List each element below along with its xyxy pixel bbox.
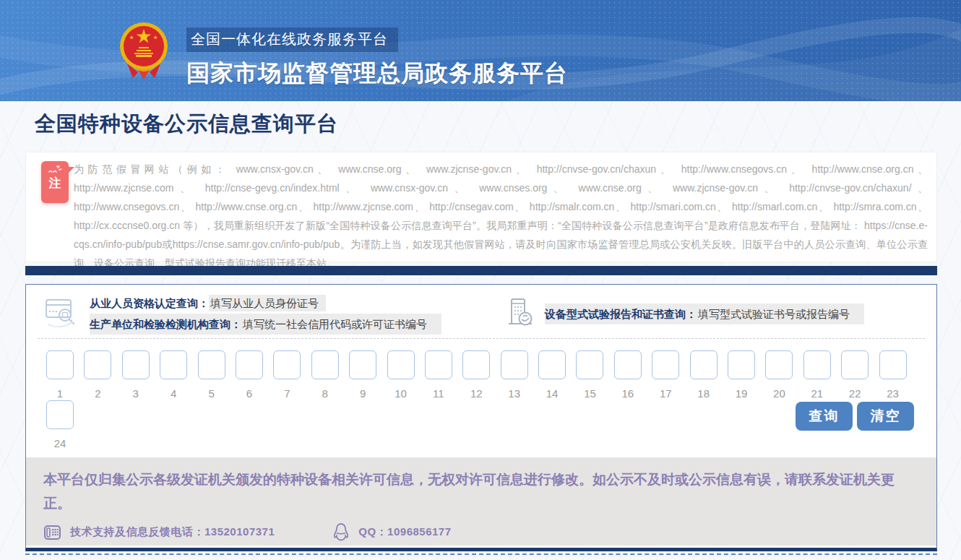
code-cell: 13	[501, 350, 528, 400]
code-box-number: 22	[849, 387, 861, 400]
code-cell: 14	[538, 350, 566, 400]
code-input-box[interactable]	[236, 350, 263, 379]
phone-contact: 技术支持及信息反馈电话：13520107371	[70, 525, 275, 539]
code-cell: 24	[46, 400, 74, 450]
code-input-box[interactable]	[501, 350, 528, 379]
code-box-number: 17	[660, 387, 672, 400]
qq-number: 1096856177	[387, 525, 451, 538]
code-cell: 20	[765, 350, 793, 400]
code-cell: 21	[803, 350, 831, 400]
code-cell: 8	[311, 350, 339, 400]
code-box-number: 20	[773, 387, 785, 400]
code-input-box[interactable]	[84, 350, 111, 379]
code-cell: 19	[728, 350, 755, 400]
code-box-number: 24	[54, 437, 66, 449]
code-cell: 2	[84, 350, 111, 400]
code-cell: 17	[652, 350, 679, 400]
code-cell: 23	[879, 350, 907, 400]
code-cell: 10	[387, 350, 415, 400]
platform-title: 国家市场监督管理总局政务服务平台	[186, 58, 568, 90]
code-cell: 16	[614, 350, 642, 400]
notice-box: 注 为防范假冒网站（例如： www.cnsx-gov.cn、 www.cnse.…	[25, 152, 937, 262]
device-query-block: 设备型式试验报告和证书查询：填写型式试验证书号或报告编号	[506, 296, 864, 331]
code-box-number: 18	[697, 387, 710, 400]
code-input-box[interactable]	[46, 400, 74, 429]
header-titles: 全国一体化在线政务服务平台 国家市场监督管理总局政务服务平台	[186, 27, 568, 90]
query-hints-row: 从业人员资格认定查询：填写从业人员身份证号 生产单位和检验检测机构查询：填写统一…	[43, 292, 922, 335]
code-input-box[interactable]	[765, 350, 793, 379]
code-box-number: 21	[811, 387, 823, 400]
code-input-box[interactable]	[614, 350, 642, 379]
code-box-number: 9	[360, 387, 366, 400]
code-input-box[interactable]	[538, 350, 566, 379]
code-input-box[interactable]	[462, 350, 490, 379]
code-cell: 4	[160, 350, 187, 400]
code-input-box[interactable]	[576, 350, 603, 379]
code-input-box[interactable]	[273, 350, 301, 379]
code-input-box[interactable]	[349, 350, 376, 379]
code-box-number: 6	[246, 387, 252, 400]
code-input-box[interactable]	[122, 350, 150, 379]
code-cell: 15	[576, 350, 603, 400]
code-cell: 1	[46, 350, 74, 400]
clear-button[interactable]: 清空	[857, 402, 914, 431]
qq-icon	[332, 522, 350, 542]
code-box-number: 2	[95, 387, 100, 400]
code-input-box[interactable]	[690, 350, 717, 379]
code-cell: 22	[841, 350, 869, 400]
code-input-box[interactable]	[728, 350, 755, 379]
disclaimer-text: 本平台仅归集公示各级发证机关颁发的特种设备相关许可信息，无权对许可信息进行修改。…	[43, 468, 914, 515]
panel-footer: 本平台仅归集公示各级发证机关颁发的特种设备相关许可信息，无权对许可信息进行修改。…	[26, 457, 936, 546]
device-query-line: 设备型式试验报告和证书查询：填写型式试验证书号或报告编号	[545, 303, 864, 324]
code-input-box[interactable]	[46, 350, 74, 379]
code-input-box[interactable]	[425, 350, 452, 379]
national-emblem	[118, 22, 169, 81]
building-search-icon	[506, 296, 535, 331]
code-input-box[interactable]	[841, 350, 869, 379]
code-input-box[interactable]	[311, 350, 339, 379]
device-query-hint: 填写型式试验证书号或报告编号	[697, 306, 857, 322]
qq-label: QQ：	[358, 525, 387, 538]
code-box-number: 11	[433, 387, 444, 400]
code-box-grid: 123456789101112131415161718192021222324	[46, 350, 908, 450]
search-button[interactable]: 查询	[796, 402, 853, 431]
code-box-number: 7	[284, 387, 290, 400]
code-box-number: 19	[736, 387, 748, 400]
code-box-number: 1	[57, 387, 63, 400]
qq-contact: QQ：1096856177	[358, 525, 451, 539]
code-cell: 9	[349, 350, 376, 400]
code-box-number: 3	[133, 387, 139, 400]
code-cell: 5	[198, 350, 225, 400]
code-input-box[interactable]	[160, 350, 187, 379]
unit-query-hint: 填写统一社会信用代码或许可证书编号	[241, 316, 434, 332]
contact-row: 技术支持及信息反馈电话：13520107371 QQ：1096856177	[43, 522, 919, 542]
code-input-box[interactable]	[198, 350, 225, 379]
code-cell: 6	[236, 350, 263, 400]
person-query-hint: 填写从业人员身份证号	[209, 295, 326, 311]
action-buttons: 查询 清空	[796, 402, 914, 431]
code-cell: 12	[462, 350, 490, 400]
code-box-number: 13	[508, 387, 520, 400]
code-input-box[interactable]	[652, 350, 679, 379]
grimace-face-icon	[47, 165, 63, 176]
code-input-box[interactable]	[879, 350, 907, 379]
code-cell: 18	[690, 350, 717, 400]
device-query-label: 设备型式试验报告和证书查询：	[545, 308, 697, 320]
person-query-hints: 从业人员资格认定查询：填写从业人员身份证号 生产单位和检验检测机构查询：填写统一…	[90, 293, 441, 335]
code-box-number: 4	[171, 387, 176, 400]
code-input-box[interactable]	[803, 350, 831, 379]
code-cell: 7	[273, 350, 301, 400]
code-input-box[interactable]	[387, 350, 415, 379]
code-box-number: 10	[395, 387, 407, 400]
phone-number: 13520107371	[204, 525, 275, 538]
page-root: 全国一体化在线政务服务平台 国家市场监督管理总局政务服务平台 全国特种设备公示信…	[0, 0, 961, 560]
code-box-number: 5	[208, 387, 214, 400]
code-cell: 3	[122, 350, 150, 400]
phone-label: 技术支持及信息反馈电话：	[70, 525, 204, 538]
code-box-number: 16	[622, 387, 634, 400]
platform-subtitle: 全国一体化在线政务服务平台	[186, 27, 398, 52]
person-query-label: 从业人员资格认定查询：	[90, 297, 209, 309]
dashed-divider	[38, 338, 925, 339]
code-cell: 11	[425, 350, 452, 400]
unit-query-label: 生产单位和检验检测机构查询：	[90, 318, 241, 330]
